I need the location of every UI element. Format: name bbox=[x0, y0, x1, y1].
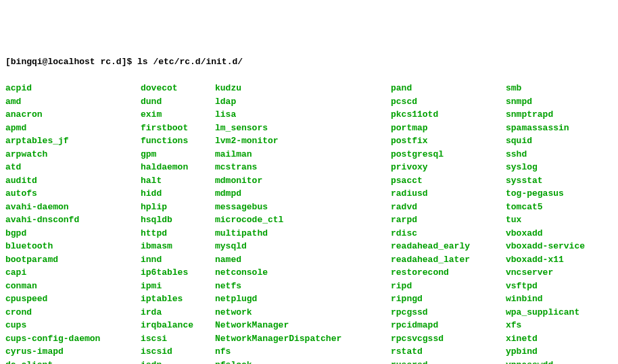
file-entry: ripngd bbox=[391, 292, 506, 306]
file-entry: nfs bbox=[215, 345, 391, 359]
file-entry: mcstrans bbox=[215, 161, 391, 174]
file-entry: ip6tables bbox=[141, 266, 215, 280]
file-entry: gpm bbox=[141, 148, 215, 161]
file-entry: iscsi bbox=[141, 332, 215, 346]
file-entry: named bbox=[215, 253, 391, 267]
file-entry: postfix bbox=[391, 134, 506, 148]
shell-prompt: [bingqi@localhost rc.d]$ ls /etc/rc.d/in… bbox=[5, 55, 613, 69]
file-entry: iptables bbox=[141, 292, 215, 306]
file-entry: netconsole bbox=[215, 266, 391, 280]
file-entry: rstatd bbox=[391, 345, 506, 359]
file-entry: messagebus bbox=[215, 201, 391, 214]
file-entry: multipathd bbox=[215, 227, 391, 240]
file-entry: NetworkManagerDispatcher bbox=[215, 332, 391, 346]
file-entry: squid bbox=[506, 134, 585, 148]
file-entry: rpcsvcgssd bbox=[391, 332, 506, 346]
file-entry: rpcidmapd bbox=[391, 319, 506, 332]
file-entry: psacct bbox=[391, 174, 506, 188]
file-entry: wpa_supplicant bbox=[506, 306, 585, 319]
file-entry: radiusd bbox=[391, 187, 506, 201]
file-entry: restorecond bbox=[391, 266, 506, 280]
file-entry: firstboot bbox=[141, 122, 215, 135]
file-entry: mdmpd bbox=[215, 187, 391, 201]
column-1: acpidamdanacronapmdarptables_jfarpwatcha… bbox=[5, 82, 141, 364]
file-entry: xfs bbox=[506, 319, 585, 332]
file-entry: innd bbox=[141, 253, 215, 267]
file-entry: httpd bbox=[141, 227, 215, 240]
file-entry: anacron bbox=[5, 108, 141, 122]
file-entry: portmap bbox=[391, 122, 506, 135]
file-entry: cyrus-imapd bbox=[5, 345, 141, 359]
file-entry: ypbind bbox=[506, 345, 585, 359]
file-entry: pand bbox=[391, 82, 506, 95]
file-entry: netplugd bbox=[215, 292, 391, 306]
file-entry: capi bbox=[5, 266, 141, 280]
file-entry: atd bbox=[5, 161, 141, 174]
file-entry: autofs bbox=[5, 187, 141, 201]
file-entry: vncserver bbox=[506, 266, 585, 280]
file-entry: yppasswdd bbox=[506, 359, 585, 365]
file-entry: kudzu bbox=[215, 82, 391, 95]
file-entry: arptables_jf bbox=[5, 134, 141, 148]
file-entry: syslog bbox=[506, 161, 585, 174]
file-entry: dovecot bbox=[141, 82, 215, 95]
file-entry: apmd bbox=[5, 122, 141, 135]
file-entry: sshd bbox=[506, 148, 585, 161]
file-entry: tomcat5 bbox=[506, 201, 585, 214]
file-entry: bluetooth bbox=[5, 240, 141, 253]
file-entry: irda bbox=[141, 306, 215, 319]
file-entry: avahi-dnsconfd bbox=[5, 213, 141, 227]
file-entry: irqbalance bbox=[141, 319, 215, 332]
file-entry: iscsid bbox=[141, 345, 215, 359]
file-entry: network bbox=[215, 306, 391, 319]
file-entry: functions bbox=[141, 134, 215, 148]
file-entry: nfslock bbox=[215, 359, 391, 365]
file-entry: rarpd bbox=[391, 213, 506, 227]
file-entry: tog-pegasus bbox=[506, 187, 585, 201]
file-entry: radvd bbox=[391, 201, 506, 214]
file-entry: readahead_early bbox=[391, 240, 506, 253]
file-entry: privoxy bbox=[391, 161, 506, 174]
file-entry: NetworkManager bbox=[215, 319, 391, 332]
column-2: dovecotdundeximfirstbootfunctionsgpmhald… bbox=[141, 82, 215, 364]
file-entry: snmpd bbox=[506, 95, 585, 109]
file-entry: hidd bbox=[141, 187, 215, 201]
file-entry: crond bbox=[5, 306, 141, 319]
file-entry: vboxadd-x11 bbox=[506, 253, 585, 267]
file-entry: lvm2-monitor bbox=[215, 134, 391, 148]
file-entry: ldap bbox=[215, 95, 391, 109]
file-entry: dund bbox=[141, 95, 215, 109]
file-entry: rdisc bbox=[391, 227, 506, 240]
file-entry: mysqld bbox=[215, 240, 391, 253]
file-entry: arpwatch bbox=[5, 148, 141, 161]
file-entry: readahead_later bbox=[391, 253, 506, 267]
file-entry: auditd bbox=[5, 174, 141, 188]
file-entry: isdn bbox=[141, 359, 215, 365]
file-entry: postgresql bbox=[391, 148, 506, 161]
file-entry: bootparamd bbox=[5, 253, 141, 267]
ls-output: acpidamdanacronapmdarptables_jfarpwatcha… bbox=[5, 82, 613, 364]
file-entry: ipmi bbox=[141, 280, 215, 293]
file-entry: hplip bbox=[141, 201, 215, 214]
file-entry: lisa bbox=[215, 108, 391, 122]
file-entry: hsqldb bbox=[141, 213, 215, 227]
file-entry: cups-config-daemon bbox=[5, 332, 141, 346]
column-5: smbsnmpdsnmptrapdspamassassinsquidsshdsy… bbox=[506, 82, 585, 364]
file-entry: rpcgssd bbox=[391, 306, 506, 319]
file-entry: pkcs11otd bbox=[391, 108, 506, 122]
file-entry: exim bbox=[141, 108, 215, 122]
file-entry: microcode_ctl bbox=[215, 213, 391, 227]
file-entry: cups bbox=[5, 319, 141, 332]
file-entry: lm_sensors bbox=[215, 122, 391, 135]
file-entry: netfs bbox=[215, 280, 391, 293]
file-entry: acpid bbox=[5, 82, 141, 95]
file-entry: sysstat bbox=[506, 174, 585, 188]
file-entry: bgpd bbox=[5, 227, 141, 240]
file-entry: ibmasm bbox=[141, 240, 215, 253]
file-entry: tux bbox=[506, 213, 585, 227]
file-entry: dc_client bbox=[5, 359, 141, 365]
file-entry: vboxadd bbox=[506, 227, 585, 240]
file-entry: ripd bbox=[391, 280, 506, 293]
file-entry: avahi-daemon bbox=[5, 201, 141, 214]
file-entry: vsftpd bbox=[506, 280, 585, 293]
